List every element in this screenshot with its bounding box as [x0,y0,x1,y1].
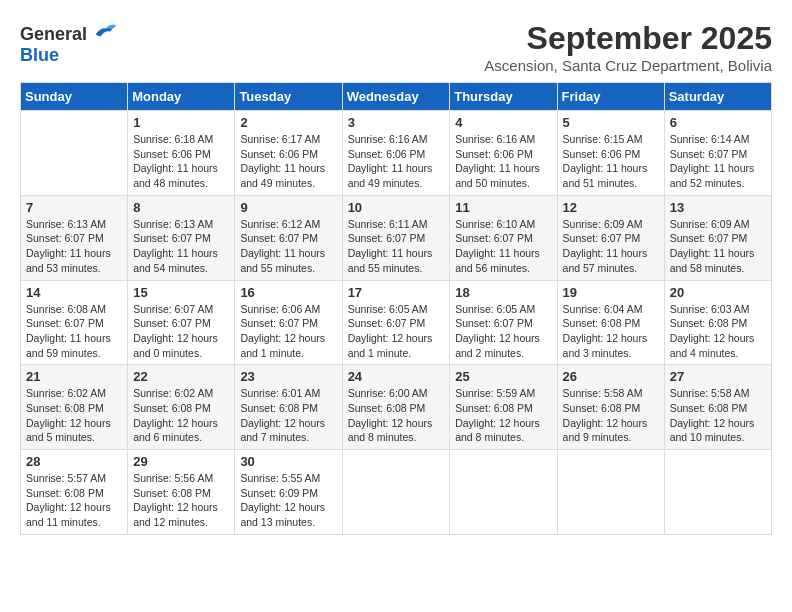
day-info: Sunrise: 6:04 AM Sunset: 6:08 PM Dayligh… [563,302,659,361]
day-number: 8 [133,200,229,215]
calendar-cell: 16Sunrise: 6:06 AM Sunset: 6:07 PM Dayli… [235,280,342,365]
calendar-cell: 22Sunrise: 6:02 AM Sunset: 6:08 PM Dayli… [128,365,235,450]
day-info: Sunrise: 6:09 AM Sunset: 6:07 PM Dayligh… [563,217,659,276]
calendar-cell: 18Sunrise: 6:05 AM Sunset: 6:07 PM Dayli… [450,280,557,365]
calendar-cell: 5Sunrise: 6:15 AM Sunset: 6:06 PM Daylig… [557,111,664,196]
calendar-cell: 27Sunrise: 5:58 AM Sunset: 6:08 PM Dayli… [664,365,771,450]
day-info: Sunrise: 6:00 AM Sunset: 6:08 PM Dayligh… [348,386,445,445]
day-header-friday: Friday [557,83,664,111]
day-header-thursday: Thursday [450,83,557,111]
day-number: 13 [670,200,766,215]
day-info: Sunrise: 6:16 AM Sunset: 6:06 PM Dayligh… [348,132,445,191]
calendar-cell: 4Sunrise: 6:16 AM Sunset: 6:06 PM Daylig… [450,111,557,196]
day-number: 19 [563,285,659,300]
day-info: Sunrise: 5:59 AM Sunset: 6:08 PM Dayligh… [455,386,551,445]
calendar-cell [21,111,128,196]
day-info: Sunrise: 6:14 AM Sunset: 6:07 PM Dayligh… [670,132,766,191]
day-number: 1 [133,115,229,130]
day-number: 5 [563,115,659,130]
calendar-cell: 1Sunrise: 6:18 AM Sunset: 6:06 PM Daylig… [128,111,235,196]
logo-general: General [20,24,87,44]
day-info: Sunrise: 5:55 AM Sunset: 6:09 PM Dayligh… [240,471,336,530]
day-info: Sunrise: 6:09 AM Sunset: 6:07 PM Dayligh… [670,217,766,276]
day-number: 17 [348,285,445,300]
day-number: 27 [670,369,766,384]
calendar-cell: 29Sunrise: 5:56 AM Sunset: 6:08 PM Dayli… [128,450,235,535]
calendar-cell: 28Sunrise: 5:57 AM Sunset: 6:08 PM Dayli… [21,450,128,535]
day-number: 29 [133,454,229,469]
calendar-week-4: 21Sunrise: 6:02 AM Sunset: 6:08 PM Dayli… [21,365,772,450]
calendar-cell: 7Sunrise: 6:13 AM Sunset: 6:07 PM Daylig… [21,195,128,280]
day-number: 28 [26,454,122,469]
day-number: 26 [563,369,659,384]
day-info: Sunrise: 6:16 AM Sunset: 6:06 PM Dayligh… [455,132,551,191]
day-number: 4 [455,115,551,130]
day-headers-row: SundayMondayTuesdayWednesdayThursdayFrid… [21,83,772,111]
day-info: Sunrise: 5:58 AM Sunset: 6:08 PM Dayligh… [670,386,766,445]
calendar-cell: 14Sunrise: 6:08 AM Sunset: 6:07 PM Dayli… [21,280,128,365]
day-number: 15 [133,285,229,300]
day-info: Sunrise: 6:18 AM Sunset: 6:06 PM Dayligh… [133,132,229,191]
calendar-header: SundayMondayTuesdayWednesdayThursdayFrid… [21,83,772,111]
calendar-cell: 21Sunrise: 6:02 AM Sunset: 6:08 PM Dayli… [21,365,128,450]
calendar-week-3: 14Sunrise: 6:08 AM Sunset: 6:07 PM Dayli… [21,280,772,365]
day-number: 12 [563,200,659,215]
day-info: Sunrise: 6:02 AM Sunset: 6:08 PM Dayligh… [26,386,122,445]
calendar-cell: 8Sunrise: 6:13 AM Sunset: 6:07 PM Daylig… [128,195,235,280]
day-info: Sunrise: 6:10 AM Sunset: 6:07 PM Dayligh… [455,217,551,276]
calendar-table: SundayMondayTuesdayWednesdayThursdayFrid… [20,82,772,535]
day-info: Sunrise: 6:05 AM Sunset: 6:07 PM Dayligh… [348,302,445,361]
calendar-cell: 10Sunrise: 6:11 AM Sunset: 6:07 PM Dayli… [342,195,450,280]
day-number: 3 [348,115,445,130]
calendar-cell: 13Sunrise: 6:09 AM Sunset: 6:07 PM Dayli… [664,195,771,280]
day-number: 11 [455,200,551,215]
calendar-week-1: 1Sunrise: 6:18 AM Sunset: 6:06 PM Daylig… [21,111,772,196]
page-header: General Blue September 2025 Ascension, S… [20,20,772,74]
day-number: 22 [133,369,229,384]
day-number: 16 [240,285,336,300]
day-header-wednesday: Wednesday [342,83,450,111]
day-info: Sunrise: 6:05 AM Sunset: 6:07 PM Dayligh… [455,302,551,361]
day-info: Sunrise: 6:03 AM Sunset: 6:08 PM Dayligh… [670,302,766,361]
logo-blue: Blue [20,45,59,65]
day-number: 20 [670,285,766,300]
day-number: 7 [26,200,122,215]
month-title: September 2025 [484,20,772,57]
calendar-cell: 26Sunrise: 5:58 AM Sunset: 6:08 PM Dayli… [557,365,664,450]
title-section: September 2025 Ascension, Santa Cruz Dep… [484,20,772,74]
logo: General Blue [20,20,118,66]
day-header-tuesday: Tuesday [235,83,342,111]
day-info: Sunrise: 6:15 AM Sunset: 6:06 PM Dayligh… [563,132,659,191]
calendar-cell [557,450,664,535]
day-info: Sunrise: 6:07 AM Sunset: 6:07 PM Dayligh… [133,302,229,361]
calendar-cell: 3Sunrise: 6:16 AM Sunset: 6:06 PM Daylig… [342,111,450,196]
day-info: Sunrise: 6:17 AM Sunset: 6:06 PM Dayligh… [240,132,336,191]
calendar-cell [450,450,557,535]
calendar-cell: 30Sunrise: 5:55 AM Sunset: 6:09 PM Dayli… [235,450,342,535]
logo-text: General Blue [20,20,118,66]
day-info: Sunrise: 6:06 AM Sunset: 6:07 PM Dayligh… [240,302,336,361]
calendar-cell: 19Sunrise: 6:04 AM Sunset: 6:08 PM Dayli… [557,280,664,365]
calendar-cell: 6Sunrise: 6:14 AM Sunset: 6:07 PM Daylig… [664,111,771,196]
calendar-cell: 9Sunrise: 6:12 AM Sunset: 6:07 PM Daylig… [235,195,342,280]
day-number: 24 [348,369,445,384]
calendar-cell: 15Sunrise: 6:07 AM Sunset: 6:07 PM Dayli… [128,280,235,365]
day-number: 2 [240,115,336,130]
day-number: 18 [455,285,551,300]
calendar-body: 1Sunrise: 6:18 AM Sunset: 6:06 PM Daylig… [21,111,772,535]
day-number: 10 [348,200,445,215]
day-number: 23 [240,369,336,384]
day-info: Sunrise: 5:56 AM Sunset: 6:08 PM Dayligh… [133,471,229,530]
day-info: Sunrise: 6:13 AM Sunset: 6:07 PM Dayligh… [133,217,229,276]
location-subtitle: Ascension, Santa Cruz Department, Bolivi… [484,57,772,74]
day-info: Sunrise: 6:13 AM Sunset: 6:07 PM Dayligh… [26,217,122,276]
calendar-cell [342,450,450,535]
day-info: Sunrise: 6:11 AM Sunset: 6:07 PM Dayligh… [348,217,445,276]
day-header-saturday: Saturday [664,83,771,111]
calendar-cell: 11Sunrise: 6:10 AM Sunset: 6:07 PM Dayli… [450,195,557,280]
day-info: Sunrise: 6:02 AM Sunset: 6:08 PM Dayligh… [133,386,229,445]
day-info: Sunrise: 5:58 AM Sunset: 6:08 PM Dayligh… [563,386,659,445]
day-number: 6 [670,115,766,130]
calendar-cell: 25Sunrise: 5:59 AM Sunset: 6:08 PM Dayli… [450,365,557,450]
calendar-cell: 24Sunrise: 6:00 AM Sunset: 6:08 PM Dayli… [342,365,450,450]
